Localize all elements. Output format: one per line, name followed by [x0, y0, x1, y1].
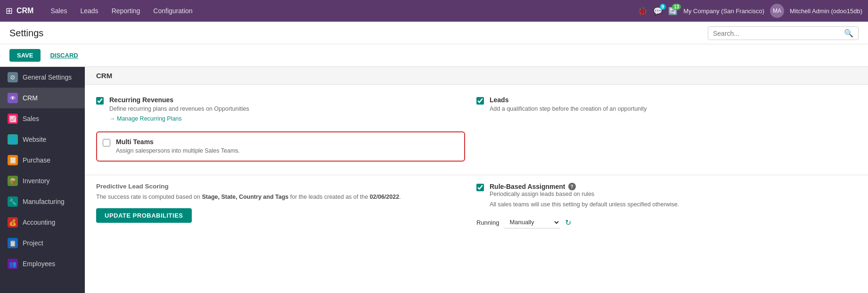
sidebar-item-employees[interactable]: 👥 Employees	[0, 253, 85, 274]
sidebar-label-manufacturing: Manufacturing	[23, 198, 65, 205]
main-settings-content: CRM Recurring Revenues Define recurring …	[85, 67, 868, 293]
top-settings-grid: Recurring Revenues Define recurring plan…	[85, 85, 868, 171]
sidebar-item-project[interactable]: 📋 Project	[0, 233, 85, 253]
running-label: Running	[476, 219, 499, 226]
sidebar-label-website: Website	[23, 136, 46, 143]
sidebar-label-general: General Settings	[23, 73, 72, 81]
general-settings-icon: ⚙	[8, 72, 18, 82]
manage-recurring-plans-link[interactable]: → Manage Recurring Plans	[109, 115, 182, 122]
updates-icon[interactable]: 🔄 13	[668, 7, 678, 16]
search-bar[interactable]: 🔍	[708, 26, 859, 40]
sidebar-item-accounting[interactable]: 💰 Accounting	[0, 212, 85, 233]
grid-menu-icon[interactable]: ⊞	[6, 6, 13, 16]
rba-desc1: Periodically assign leads based on rules	[490, 190, 679, 199]
pls-date: 02/06/2022	[370, 194, 400, 200]
update-probabilities-button[interactable]: UPDATE PROBABILITIES	[96, 208, 192, 223]
user-name[interactable]: Mitchell Admin (odoo15db)	[790, 8, 862, 15]
sales-icon: 📈	[8, 114, 18, 124]
nav-sales[interactable]: Sales	[45, 4, 73, 17]
refresh-icon[interactable]: ↻	[565, 218, 571, 227]
body-layout: ⚙ General Settings 👁 CRM 📈 Sales 🌐 Websi…	[0, 67, 868, 293]
nav-reporting[interactable]: Reporting	[106, 4, 146, 17]
recurring-revenues-col: Recurring Revenues Define recurring plan…	[96, 96, 476, 171]
multi-teams-setting: Multi Teams Assign salespersons into mul…	[96, 131, 465, 162]
sidebar-item-crm[interactable]: 👁 CRM	[0, 88, 85, 108]
sidebar-label-inventory: Inventory	[23, 177, 50, 185]
sidebar-label-crm: CRM	[23, 94, 38, 102]
inventory-icon: 📦	[8, 176, 18, 186]
updates-badge: 13	[672, 4, 681, 10]
discard-button[interactable]: DISCARD	[45, 49, 82, 62]
recurring-revenues-desc: Define recurring plans and revenues on O…	[109, 105, 465, 114]
user-avatar[interactable]: MA	[770, 4, 784, 18]
leads-col: Leads Add a qualification step before th…	[476, 96, 857, 171]
sidebar-label-accounting: Accounting	[23, 219, 55, 226]
bug-icon[interactable]: 🐞	[638, 6, 647, 16]
app-name[interactable]: CRM	[16, 7, 33, 15]
recurring-revenues-checkbox[interactable]	[96, 97, 104, 105]
running-select[interactable]: Manually Every Day Every Week Every Mont…	[504, 216, 560, 228]
sidebar-label-project: Project	[23, 239, 43, 247]
sidebar-item-manufacturing[interactable]: 🔧 Manufacturing	[0, 191, 85, 212]
search-input[interactable]	[713, 30, 844, 37]
search-icon: 🔍	[844, 29, 853, 38]
accounting-icon: 💰	[8, 217, 18, 228]
chat-icon[interactable]: 💬 9	[653, 7, 663, 16]
rba-content: Rule-Based Assignment ? Periodically ass…	[490, 183, 679, 211]
sidebar-item-purchase[interactable]: 🧾 Purchase	[0, 150, 85, 171]
sidebar-label-sales: Sales	[23, 115, 39, 122]
multi-teams-text: Multi Teams Assign salespersons into mul…	[116, 138, 459, 155]
bottom-settings-grid: Predictive Lead Scoring The success rate…	[85, 175, 868, 240]
crm-section-header: CRM	[85, 67, 868, 85]
pls-bold-criteria: Stage, State, Country and Tags	[202, 194, 288, 200]
subheader: Settings 🔍	[0, 22, 868, 44]
manufacturing-icon: 🔧	[8, 196, 18, 207]
chat-badge: 9	[660, 4, 666, 10]
leads-checkbox[interactable]	[476, 97, 484, 105]
recurring-revenues-text: Recurring Revenues Define recurring plan…	[109, 96, 465, 122]
save-button[interactable]: SAVE	[9, 49, 41, 62]
leads-text: Leads Add a qualification step before th…	[490, 96, 857, 114]
nav-configuration[interactable]: Configuration	[147, 4, 198, 17]
top-menu: Sales Leads Reporting Configuration	[45, 4, 638, 17]
rba-checkbox[interactable]	[476, 184, 484, 191]
multi-teams-checkbox[interactable]	[103, 139, 110, 146]
sidebar-item-general-settings[interactable]: ⚙ General Settings	[0, 67, 85, 88]
sidebar-label-employees: Employees	[23, 260, 55, 268]
sidebar-item-sales[interactable]: 📈 Sales	[0, 108, 85, 129]
rba-header: Rule-Based Assignment ? Periodically ass…	[476, 183, 857, 211]
sidebar-item-website[interactable]: 🌐 Website	[0, 129, 85, 150]
settings-sidebar: ⚙ General Settings 👁 CRM 📈 Sales 🌐 Websi…	[0, 67, 85, 293]
top-navigation: ⊞ CRM Sales Leads Reporting Configuratio…	[0, 0, 868, 22]
pls-desc: The success rate is computed based on St…	[96, 193, 465, 202]
rba-section: Rule-Based Assignment ? Periodically ass…	[476, 183, 857, 228]
website-icon: 🌐	[8, 134, 18, 145]
running-row: Running Manually Every Day Every Week Ev…	[476, 216, 857, 228]
leads-desc: Add a qualification step before the crea…	[490, 105, 857, 114]
employees-icon: 👥	[8, 259, 18, 269]
sidebar-label-purchase: Purchase	[23, 156, 50, 164]
crm-icon: 👁	[8, 93, 18, 103]
purchase-icon: 🧾	[8, 155, 18, 165]
company-selector[interactable]: My Company (San Francisco)	[683, 8, 764, 15]
project-icon: 📋	[8, 238, 18, 248]
sidebar-item-inventory[interactable]: 📦 Inventory	[0, 171, 85, 191]
recurring-revenues-setting: Recurring Revenues Define recurring plan…	[96, 96, 465, 122]
leads-setting: Leads Add a qualification step before th…	[476, 96, 857, 114]
rba-desc2: All sales teams will use this setting by…	[490, 201, 679, 209]
multi-teams-title: Multi Teams	[116, 138, 459, 146]
page-title: Settings	[9, 28, 43, 39]
recurring-revenues-title: Recurring Revenues	[109, 96, 465, 104]
pls-title: Predictive Lead Scoring	[96, 183, 465, 190]
settings-toolbar: SAVE DISCARD	[0, 44, 868, 67]
rba-help-icon[interactable]: ?	[568, 183, 576, 190]
rba-title: Rule-Based Assignment ?	[490, 183, 679, 190]
pls-section: Predictive Lead Scoring The success rate…	[96, 183, 476, 228]
leads-title: Leads	[490, 96, 857, 104]
nav-leads[interactable]: Leads	[74, 4, 104, 17]
top-right-controls: 🐞 💬 9 🔄 13 My Company (San Francisco) MA…	[638, 4, 862, 18]
multi-teams-desc: Assign salespersons into multiple Sales …	[116, 147, 459, 155]
